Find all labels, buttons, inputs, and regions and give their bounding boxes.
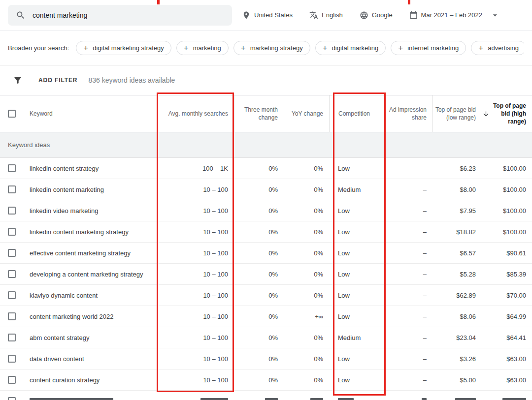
competition-cell: Low [329,348,386,369]
column-header-top-bid-high[interactable]: Top of page bid (high range) [482,95,532,132]
translate-icon [309,11,318,20]
broaden-chip-internet-marketing[interactable]: +internet marketing [391,41,466,55]
row-checkbox[interactable] [8,397,16,400]
column-header-label: YoY change [292,110,323,118]
column-header-three-month-change[interactable]: Three month change [234,95,284,132]
plus-icon: + [83,44,88,52]
column-header-top-bid-low[interactable]: Top of page bid (low range) [432,95,482,132]
row-checkbox[interactable] [8,185,16,193]
ad-impression-share-cell: – [386,200,432,221]
top-bid-high-cell: $100.00 [482,200,532,221]
avg-monthly-searches-cell: 10 – 100 [157,369,234,390]
location-setting[interactable]: United States [242,11,293,20]
top-bid-low-cell: $5.00 [432,369,482,390]
broaden-chip-marketing-strategy[interactable]: +marketing strategy [233,41,310,55]
chip-label: marketing strategy [250,44,303,52]
competition-cell: Low [329,306,386,327]
broaden-chip-advertising[interactable]: +advertising [471,41,524,55]
ad-impression-share-cell: – [386,179,432,200]
column-header-label: Ad impression share [386,106,427,122]
network-setting[interactable]: Google [360,11,393,20]
table-row: data driven content10 – 1000%0%Low–$3.26… [0,348,532,369]
column-header-keyword[interactable]: Keyword [24,95,157,132]
yoy-change-cell: 0% [284,327,329,348]
avg-monthly-searches-cell: 10 – 100 [157,285,234,306]
yoy-change-cell: 0% [284,158,329,179]
language-setting[interactable]: English [309,11,343,20]
yoy-change-cell: 0% [284,369,329,390]
table-body: linkedin content strategy100 – 1K0%0%Low… [0,158,532,391]
add-filter-button[interactable]: ADD FILTER [38,77,77,84]
three-month-change-cell: 0% [234,243,284,263]
table-row: content marketing world 202210 – 1000%+∞… [0,306,532,327]
top-bid-low-cell: $6.23 [432,158,482,179]
clipped-text [310,398,323,400]
table-row: linkedin video marketing10 – 1000%0%Low–… [0,200,532,221]
top-bid-high-cell: $70.00 [482,285,532,306]
top-bid-high-cell: $85.39 [482,264,532,284]
three-month-change-cell: 0% [234,306,284,327]
search-input[interactable] [33,11,224,19]
dropdown-caret-icon[interactable] [490,10,500,20]
broaden-chip-marketing[interactable]: +marketing [176,41,229,55]
avg-monthly-searches-cell: 10 – 100 [157,200,234,221]
row-checkbox[interactable] [8,207,16,215]
ad-impression-share-cell: – [386,285,432,306]
topbar: United States English Google Mar 2021 – … [0,0,532,31]
three-month-change-cell: 0% [234,327,284,348]
location-label: United States [254,11,293,19]
row-checkbox[interactable] [8,228,16,236]
competition-cell: Medium [329,327,386,348]
row-checkbox[interactable] [8,249,16,257]
row-checkbox[interactable] [8,376,16,384]
chip-label: digital marketing [332,44,379,52]
clipped-text [455,398,476,400]
search-box[interactable] [8,5,232,26]
row-checkbox[interactable] [8,334,16,341]
avg-monthly-searches-cell: 100 – 1K [157,158,234,179]
top-bid-low-cell: $7.95 [432,200,482,221]
row-checkbox-cell [0,158,24,179]
top-bid-high-cell: $64.99 [482,306,532,327]
competition-cell: Medium [329,179,386,200]
keyword-ideas-count: 836 keyword ideas available [88,76,175,84]
row-checkbox[interactable] [8,291,16,299]
yoy-change-cell: 0% [284,264,329,284]
top-bid-high-cell: $100.00 [482,221,532,242]
keyword-cell: linkedin video marketing [24,200,157,221]
clipped-text [502,398,526,400]
yoy-change-cell: 0% [284,221,329,242]
column-header-competition[interactable]: Competition [329,95,386,132]
keyword-cell: klaviyo dynamic content [24,285,157,306]
row-checkbox-cell [0,348,24,369]
filter-funnel-icon[interactable] [13,75,23,85]
row-checkbox[interactable] [8,355,16,363]
column-header-yoy-change[interactable]: YoY change [284,95,329,132]
row-checkbox[interactable] [8,312,16,320]
ad-impression-share-cell: – [386,243,432,263]
top-bid-low-cell: $23.04 [432,327,482,348]
date-range-setting[interactable]: Mar 2021 – Feb 2022 [409,10,500,20]
broaden-chip-digital-marketing-strategy[interactable]: +digital marketing strategy [76,41,171,55]
ad-impression-share-cell: – [386,264,432,284]
row-checkbox[interactable] [8,270,16,278]
table-row: linkedin content marketing strategy10 – … [0,221,532,243]
competition-cell: Low [329,285,386,306]
row-checkbox-cell [0,221,24,242]
clipped-text [30,398,113,400]
row-checkbox[interactable] [8,164,16,172]
column-header-avg-monthly-searches[interactable]: Avg. monthly searches [157,95,234,132]
competition-cell-clipped [329,391,386,400]
yoy-change-cell: 0% [284,243,329,263]
column-header-ad-impression-share[interactable]: Ad impression share [386,95,432,132]
broaden-chip-digital-marketing[interactable]: +digital marketing [315,41,386,55]
ad-impression-share-cell: – [386,306,432,327]
search-icon [16,10,26,20]
ad-impression-share-cell: – [386,221,432,242]
keyword-cell: developing a content marketing strategy [24,264,157,284]
top-bid-high-cell: $100.00 [482,158,532,179]
top-bid-low-cell: $3.26 [432,348,482,369]
broaden-chips: +digital marketing strategy+marketing+ma… [76,41,524,55]
select-all-checkbox[interactable] [8,110,16,118]
column-header-label: Top of page bid (high range) [493,102,526,126]
